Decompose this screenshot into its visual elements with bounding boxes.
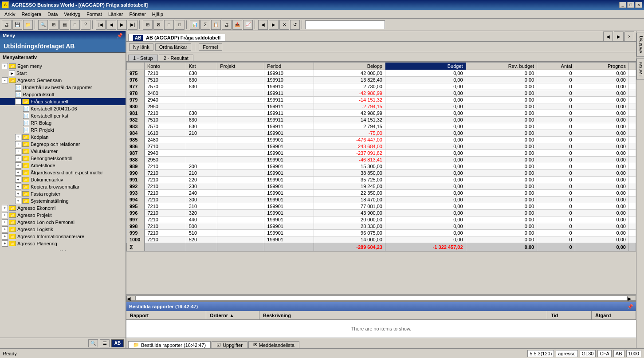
tb-btn-9[interactable]: 📤 <box>232 20 242 30</box>
tb-btn-6[interactable]: □ <box>164 20 174 30</box>
main-tab[interactable]: AB AB (AGGADP) Fråga saldotabell <box>128 34 225 41</box>
expander-projekt[interactable]: + <box>2 212 8 218</box>
maximize-button[interactable]: □ <box>627 2 634 8</box>
ordna-lankar-button[interactable]: Ordna länkar <box>155 43 192 51</box>
data-table-wrapper[interactable]: Konto Kst Projekt Period Belopp Budget R… <box>126 62 636 294</box>
tab-nav-left[interactable]: ◀ <box>603 31 613 41</box>
sidebar-item-fraga-saldotabell[interactable]: - 📂 Fråga saldotabell <box>0 98 126 105</box>
sidebar-item-start[interactable]: ▶ Start <box>0 70 126 77</box>
sidebar-item-system[interactable]: + 📁 Systeminställning <box>0 197 126 205</box>
sigma-button[interactable]: Σ <box>200 20 210 30</box>
expander-begrepp[interactable]: + <box>15 141 21 147</box>
tb-btn-10[interactable]: 📈 <box>243 20 253 30</box>
right-tab-lankar[interactable]: Länkar <box>636 59 644 80</box>
formel-button[interactable]: Formel <box>199 43 222 51</box>
tb-btn-1[interactable]: ⊞ <box>49 20 59 30</box>
sidebar-item-logistik[interactable]: + 📁 Agresso Logistik <box>0 226 126 233</box>
nav-prev[interactable]: ◀ <box>106 20 116 30</box>
minimize-button[interactable]: _ <box>619 2 626 8</box>
tb-btn-4[interactable]: ⊞ <box>143 20 153 30</box>
save-button[interactable]: 💾 <box>12 20 22 30</box>
expander-atgard[interactable]: + <box>15 169 21 176</box>
sidebar-item-ekonomi[interactable]: + 📁 Agresso Ekonomi <box>0 205 126 212</box>
right-tab-verktyg[interactable]: Verkttyg <box>636 33 644 57</box>
tab-nav-right[interactable]: ▶ <box>614 31 624 41</box>
menu-lankar[interactable]: Länkar <box>106 11 126 18</box>
sidebar-item-arbetsflode[interactable]: + 📁 Arbetsflöde <box>0 162 126 169</box>
sidebar-item-egnmeny[interactable]: + 📁 Egen meny <box>0 63 126 70</box>
sidebar-item-behorighet[interactable]: + 📁 Behörighetskontroll <box>0 155 126 162</box>
tab-resultat[interactable]: 2 - Resultat <box>159 55 193 61</box>
sidebar-item-info[interactable]: + 📁 Agresso Informationshanterare <box>0 233 126 240</box>
nav-first[interactable]: |◀ <box>96 20 106 30</box>
menu-fonster[interactable]: Fönster <box>127 11 149 18</box>
sidebar-item-korstabell2[interactable]: 📄 Korstabell per kst <box>0 112 126 119</box>
tb-btn-5[interactable]: ⊠ <box>153 20 163 30</box>
sidebar-item-valuta[interactable]: + 📁 Valutakurser <box>0 148 126 155</box>
expander-info[interactable]: + <box>2 233 8 240</box>
sidebar-item-rr-bolag[interactable]: 📄 RR Bolag <box>0 119 126 126</box>
sidebar-item-atgard[interactable]: + 📁 Åtgärdsöversikt och e-post mallar <box>0 169 126 176</box>
chart-button[interactable]: 📊 <box>190 20 200 30</box>
expander-planering[interactable]: + <box>2 240 8 247</box>
sidebar-item-fasta[interactable]: + 📁 Fasta register <box>0 190 126 197</box>
expander-egnmeny[interactable]: + <box>2 63 8 69</box>
expander-behorighet[interactable]: + <box>15 155 21 161</box>
horizontal-scrollbar[interactable]: ◀ ▶ <box>126 294 636 301</box>
sidebar-item-planering[interactable]: + 📁 Agresso Planering <box>0 240 126 247</box>
help-button[interactable]: ? <box>81 20 90 30</box>
sidebar-menu-btn[interactable]: ☰ <box>100 339 110 347</box>
scroll-right[interactable]: ▶ <box>627 295 636 301</box>
open-button[interactable]: 📁 <box>23 20 33 30</box>
tb-btn-8[interactable]: 🖨 <box>222 20 232 30</box>
scroll-left[interactable]: ◀ <box>126 295 135 301</box>
copy-button[interactable]: 📋 <box>211 20 221 30</box>
menu-format[interactable]: Format <box>84 11 105 18</box>
menu-verktyg[interactable]: Verktyg <box>61 11 83 18</box>
sidebar-pin[interactable]: 📌 <box>117 33 123 39</box>
bottom-tab-bestallda[interactable]: 📁 Beställda rapporter (16:42:47) <box>128 341 211 348</box>
sidebar-reports-btn[interactable]: AB <box>111 339 124 347</box>
sidebar-item-dokumentarkiv[interactable]: + 📁 Dokumentarkiv <box>0 176 126 183</box>
expander-lon[interactable]: + <box>2 219 8 225</box>
menu-redigera[interactable]: Redigera <box>19 11 44 18</box>
menu-data[interactable]: Data <box>45 11 60 18</box>
sidebar-item-lon[interactable]: + 📁 Agresso Lön och Personal <box>0 219 126 226</box>
bottom-tab-meddelanden[interactable]: ✉ Meddelandelista <box>248 341 299 348</box>
sidebar-item-rapportutskrift[interactable]: 📄 Rapportutskrift <box>0 91 126 98</box>
expander-fraga[interactable]: - <box>15 98 21 105</box>
nav-last[interactable]: ▶| <box>128 20 137 30</box>
stop-button[interactable]: ✕ <box>279 20 289 30</box>
bottom-panel-pin[interactable]: 📌 <box>627 304 633 310</box>
tb-btn-7[interactable]: □ <box>175 20 185 30</box>
bottom-tab-uppgifter[interactable]: ☑ Uppgifter <box>212 341 247 348</box>
print-button[interactable]: 🖨 <box>2 20 12 30</box>
sidebar-item-kopiera[interactable]: + 📁 Kopiera browsermallar <box>0 183 126 190</box>
tb-btn-2[interactable]: ▤ <box>59 20 69 30</box>
nav-forward[interactable]: ▶ <box>269 20 279 30</box>
expander-dokumentarkiv[interactable]: + <box>15 177 21 183</box>
nav-next[interactable]: ▶ <box>117 20 127 30</box>
scroll-track[interactable] <box>135 295 627 301</box>
expander-fasta[interactable]: + <box>15 191 21 197</box>
expander-arbetsflode[interactable]: + <box>15 162 21 169</box>
expander-gemensam[interactable]: - <box>2 77 8 83</box>
tab-close[interactable]: × <box>624 31 634 41</box>
sidebar-item-agresso-gemensam[interactable]: - 📂 Agresso Gemensam <box>0 77 126 84</box>
search-button[interactable]: 🔍 <box>38 20 48 30</box>
expander-logistik[interactable]: + <box>2 226 8 232</box>
address-bar[interactable] <box>305 20 385 29</box>
expander-valuta[interactable]: + <box>15 148 21 154</box>
nav-back[interactable]: ◀ <box>258 20 268 30</box>
sidebar-item-rr-projekt[interactable]: 📄 RR Projekt <box>0 126 126 134</box>
expander-ekonomi[interactable]: + <box>2 205 8 211</box>
tb-btn-3[interactable]: □ <box>70 20 80 30</box>
sidebar-item-korstabell1[interactable]: 📄 Korstabell 200401-06 <box>0 105 126 112</box>
sidebar-item-kodplan[interactable]: + 📁 Kodplan <box>0 134 126 141</box>
ny-lank-button[interactable]: Ny länk <box>129 43 153 51</box>
refresh-button[interactable]: ↺ <box>290 20 300 30</box>
menu-arkiv[interactable]: Arkiv <box>2 11 18 18</box>
menu-hjalp[interactable]: Hjälp <box>149 11 166 18</box>
sidebar-item-begrepp[interactable]: + 📁 Begrepp och relationer <box>0 141 126 148</box>
tab-setup[interactable]: 1 - Setup <box>128 55 158 61</box>
